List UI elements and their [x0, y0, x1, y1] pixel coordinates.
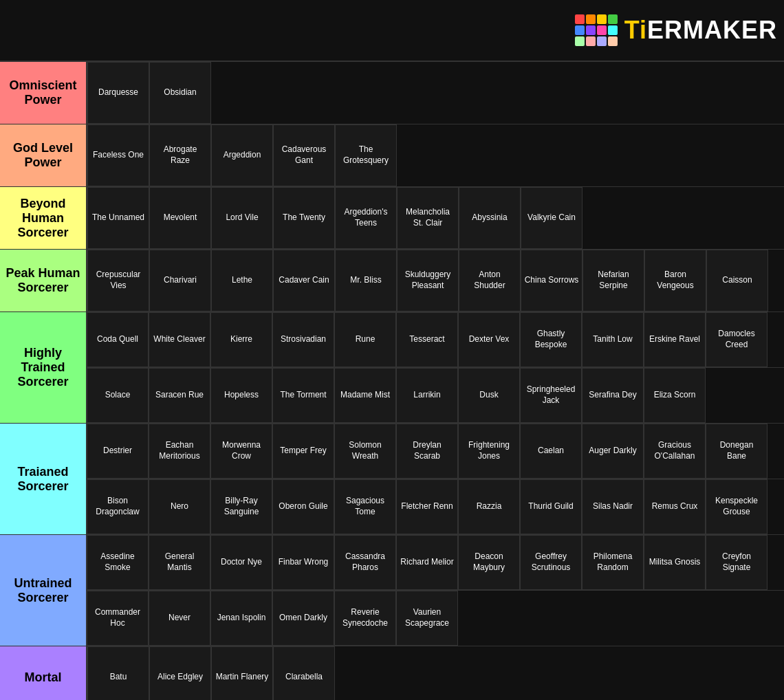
tier-cell: Melancholia St. Clair	[397, 187, 459, 249]
tier-cell: Reverie Synecdoche	[334, 591, 396, 646]
tier-cell: Assedine Smoke	[87, 535, 149, 590]
logo-tier: Ti	[624, 16, 647, 44]
logo-er: ERMAKER	[647, 16, 777, 44]
tier-row: Omniscient PowerDarquesseObsidian	[0, 62, 784, 124]
tier-cell: Kierre	[210, 312, 272, 367]
logo-sq	[608, 25, 618, 35]
tier-cell: Faceless One	[87, 124, 149, 186]
tier-cell: Larrikin	[396, 368, 458, 423]
tier-subrow: DestrierEachan MeritoriousMorwenna CrowT…	[87, 424, 784, 479]
cells-area: DarquesseObsidian	[87, 62, 784, 124]
tier-cell: Donegan Bane	[706, 424, 767, 479]
tier-label: Highly Trained Sorcerer	[0, 312, 87, 423]
tier-cell: Cassandra Pharos	[334, 535, 396, 590]
tier-merged-row: Traianed SorcererDestrierEachan Meritori…	[0, 424, 784, 535]
tier-cell: Never	[149, 591, 210, 646]
tier-label: God Level Power	[0, 124, 87, 186]
tier-cell: Batu	[87, 646, 149, 700]
tier-cell: Saracen Rue	[149, 368, 210, 423]
header-right: TiERMAKER	[87, 14, 784, 46]
main-container: TiERMAKER Omniscient PowerDarquesseObsid…	[0, 0, 784, 700]
tier-right-col: DestrierEachan MeritoriousMorwenna CrowT…	[87, 424, 784, 534]
tier-merged-row: Highly Trained SorcererCoda QuellWhite C…	[0, 312, 784, 424]
cells-area: BatuAlice EdgleyMartin FlaneryClarabella	[87, 646, 784, 700]
tier-cell: The Twenty	[273, 187, 335, 249]
tier-cell: Militsa Gnosis	[644, 535, 706, 590]
tier-cell: Clarabella	[273, 646, 335, 700]
tier-label: Omniscient Power	[0, 62, 87, 124]
tier-cell: Skulduggery Pleasant	[397, 250, 459, 311]
tier-cell: Auger Darkly	[582, 424, 644, 479]
tier-cell: White Cleaver	[149, 312, 210, 367]
tier-cell: Crepuscular Vies	[87, 250, 149, 311]
tier-label: Mortal	[0, 646, 87, 700]
tier-right-col: Assedine SmokeGeneral MantisDoctor NyeFi…	[87, 535, 784, 646]
tier-cell: Rune	[334, 312, 396, 367]
tier-cell: Serafina Dey	[582, 368, 644, 423]
tier-cell: Valkyrie Cain	[521, 187, 582, 249]
tier-cell: Argeddion	[211, 124, 273, 186]
tier-cell: Cadaver Cain	[273, 250, 335, 311]
tier-cell: Mr. Bliss	[335, 250, 397, 311]
tier-cell: Hopeless	[210, 368, 272, 423]
cells-area: Faceless OneAbrogate RazeArgeddionCadave…	[87, 124, 784, 186]
tier-cell: Lord Vile	[211, 187, 273, 249]
tier-cell: Cadaverous Gant	[273, 124, 335, 186]
header: TiERMAKER	[0, 0, 784, 62]
tier-cell: Billy-Ray Sanguine	[210, 479, 272, 534]
logo-sq	[586, 25, 596, 35]
tier-cell: Eachan Meritorious	[149, 424, 210, 479]
tier-cell: The Grotesquery	[335, 124, 397, 186]
logo-sq	[575, 36, 585, 46]
logo-sq	[586, 36, 596, 46]
tier-cell: Alice Edgley	[149, 646, 211, 700]
logo-sq	[597, 25, 607, 35]
tier-cell: Mevolent	[149, 187, 211, 249]
tier-cell: The Torment	[272, 368, 334, 423]
tier-row: MortalBatuAlice EdgleyMartin FlaneryClar…	[0, 646, 784, 700]
tier-cell: Abyssinia	[459, 187, 521, 249]
tier-cell: Geoffrey Scrutinous	[520, 535, 582, 590]
logo-sq	[597, 14, 607, 24]
tier-merged-row: Untrained SorcererAssedine SmokeGeneral …	[0, 535, 784, 646]
tier-cell: Philomena Random	[582, 535, 644, 590]
tier-cell: Nefarian Serpine	[582, 250, 644, 311]
tier-cell: Anton Shudder	[459, 250, 521, 311]
tier-cell: Commander Hoc	[87, 591, 149, 646]
tier-cell: Strosivadian	[272, 312, 334, 367]
tier-cell: Martin Flanery	[211, 646, 273, 700]
tier-cell: Solomon Wreath	[334, 424, 396, 479]
logo-sq	[575, 14, 585, 24]
logo-grid	[575, 14, 618, 46]
tier-cell: Dreylan Scarab	[396, 424, 458, 479]
tier-cell: Madame Mist	[334, 368, 396, 423]
tier-cell: Sagacious Tome	[334, 479, 396, 534]
tier-cell: Caisson	[706, 250, 768, 311]
tier-row: Beyond Human SorcererThe UnnamedMevolent…	[0, 187, 784, 250]
tier-cell: Obsidian	[149, 62, 211, 124]
cells-area: Crepuscular ViesCharivariLetheCadaver Ca…	[87, 250, 784, 311]
tier-cell: Ghastly Bespoke	[520, 312, 582, 367]
tier-cell: Charivari	[149, 250, 211, 311]
cells-area: The UnnamedMevolentLord VileThe TwentyAr…	[87, 187, 784, 249]
tier-cell: Jenan Ispolin	[210, 591, 272, 646]
tiers-container: Omniscient PowerDarquesseObsidianGod Lev…	[0, 62, 784, 700]
tier-right-col: Coda QuellWhite CleaverKierreStrosivadia…	[87, 312, 784, 423]
tier-cell: Finbar Wrong	[272, 535, 334, 590]
tier-cell: Coda Quell	[87, 312, 149, 367]
logo-sq	[586, 14, 596, 24]
tier-cell: Nero	[149, 479, 210, 534]
logo-sq	[608, 36, 618, 46]
tier-cell: Argeddion's Teens	[335, 187, 397, 249]
tier-label: Traianed Sorcerer	[0, 424, 87, 534]
tier-cell: Fletcher Renn	[396, 479, 458, 534]
tier-cell: Destrier	[87, 424, 149, 479]
tier-subrow: SolaceSaracen RueHopelessThe TormentMada…	[87, 368, 784, 423]
tier-cell: Doctor Nye	[210, 535, 272, 590]
tier-cell: Frightening Jones	[458, 424, 520, 479]
tier-cell: General Mantis	[149, 535, 210, 590]
tier-cell: Erskine Ravel	[644, 312, 706, 367]
tier-cell: Dusk	[458, 368, 520, 423]
tier-cell: Solace	[87, 368, 149, 423]
tier-subrow: Bison DragonclawNeroBilly-Ray SanguineOb…	[87, 479, 784, 534]
